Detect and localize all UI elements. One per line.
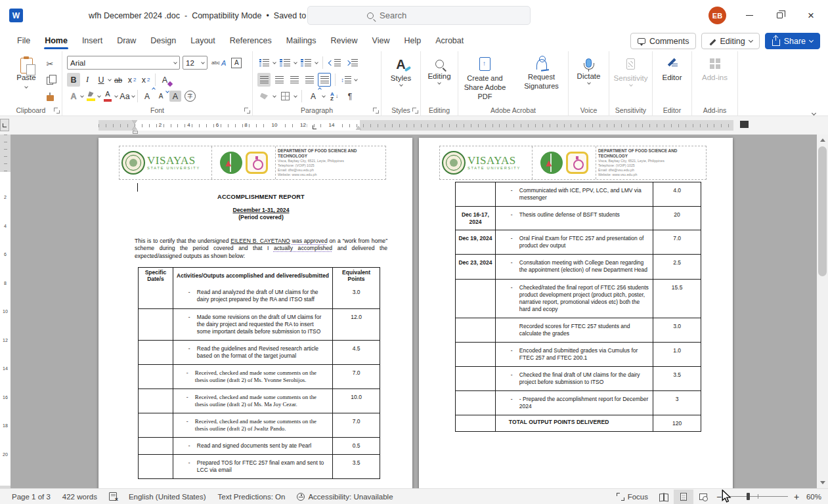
subscript-button[interactable]: x2 [125, 73, 139, 87]
table-row[interactable]: -Checked/rated the final report of FTEC … [456, 279, 701, 318]
cell-points[interactable]: 3.0 [332, 284, 380, 308]
cell-activity[interactable]: -Received, checked and made some comment… [173, 389, 332, 413]
cell-points[interactable]: 3 [653, 391, 701, 415]
text-effects-button[interactable]: A [67, 89, 80, 103]
table-row[interactable]: -Checked the final draft of UM claims fo… [456, 366, 701, 390]
cell-activity[interactable]: -Read and signed documents sent by ate P… [173, 438, 332, 454]
cell-activity[interactable]: -Made some revisions on the draft of UM … [173, 309, 332, 340]
character-shading-button[interactable]: A [168, 89, 183, 103]
cell-date[interactable] [456, 367, 495, 390]
table-row[interactable]: -- Prepared the accomplishment report fo… [456, 390, 701, 415]
print-layout-button[interactable] [674, 490, 693, 504]
cell-activity[interactable]: -Thesis outline defense of BSFT students [495, 207, 653, 230]
cell-activity[interactable]: -Consultation meeting with College Dean … [495, 255, 653, 278]
line-spacing-chevron-icon[interactable] [354, 77, 358, 81]
minimize-button[interactable] [734, 0, 764, 31]
comments-button[interactable]: Comments [630, 33, 696, 49]
numbering-chevron-icon[interactable] [294, 60, 297, 64]
cell-date[interactable] [456, 280, 495, 318]
cell-date[interactable]: Dec 16-17, 2024 [456, 207, 495, 230]
cell-activity[interactable]: -Communicated with ICE, PPV, LCC, and LM… [495, 182, 653, 206]
table-row[interactable]: -Communicated with ICE, PPV, LCC, and LM… [456, 182, 701, 206]
cell-date[interactable] [139, 309, 173, 340]
cell-points[interactable]: 3.5 [332, 455, 380, 478]
strikethrough-button[interactable]: ab [112, 73, 125, 87]
shading-chevron-icon[interactable] [272, 94, 276, 98]
phonetic-guide-button[interactable]: abcA [210, 56, 227, 70]
table-row[interactable]: Recorded scores for FTEC 257 students an… [456, 318, 701, 342]
report-title[interactable]: ACCOMPLISHMENT REPORT [135, 194, 387, 200]
tab-help[interactable]: Help [397, 33, 427, 50]
cell-date[interactable] [456, 415, 495, 431]
cell-activity[interactable]: -Encoded and Submitted grades via Cumulu… [495, 343, 653, 366]
vertical-scrollbar[interactable] [817, 135, 828, 488]
cell-points[interactable]: 15.5 [653, 280, 701, 318]
header-points[interactable]: Equivalent Points [332, 268, 380, 284]
decrease-indent-button[interactable] [328, 56, 342, 70]
zoom-slider[interactable] [728, 496, 788, 497]
tab-references[interactable]: References [223, 33, 278, 50]
shrink-font-button[interactable]: A [154, 89, 167, 103]
word-app-icon[interactable]: W [9, 9, 23, 22]
hanging-indent-marker[interactable] [132, 126, 137, 130]
cell-date[interactable] [139, 365, 173, 388]
borders-chevron-icon[interactable] [294, 94, 297, 98]
collapse-ribbon-button[interactable] [812, 106, 819, 111]
show-hide-marks-button[interactable] [343, 89, 357, 103]
restore-button[interactable] [764, 0, 795, 31]
tab-design[interactable]: Design [144, 33, 183, 50]
report-period[interactable]: December 1-31, 2024 [135, 207, 387, 213]
borders-button[interactable] [278, 89, 292, 103]
left-indent-marker[interactable] [133, 131, 138, 134]
cell-points[interactable]: 0.5 [332, 438, 380, 454]
table-row[interactable]: -Encoded and Submitted grades via Cumulu… [456, 342, 701, 366]
table-row[interactable]: -Read the guidelines and Revised researc… [139, 340, 380, 364]
editing-group-button[interactable]: Editing [421, 51, 458, 106]
scroll-up-button[interactable] [817, 135, 828, 146]
paragraph-dialog-launcher[interactable] [373, 108, 379, 114]
table-row[interactable]: Dec 19, 2024 -Oral Final Exam for FTEC 2… [456, 230, 701, 254]
cell-date[interactable] [139, 438, 173, 454]
cell-points[interactable]: 2.5 [653, 255, 701, 278]
grow-font-button[interactable]: A [141, 89, 154, 103]
font-color-chevron-icon[interactable] [114, 94, 118, 98]
zoom-slider-thumb[interactable] [747, 493, 750, 500]
cell-date[interactable]: Dec 23, 2024 [456, 255, 495, 278]
highlight-color-button[interactable] [84, 89, 97, 103]
cell-activity[interactable]: Recorded scores for FTEC 257 students an… [495, 318, 653, 342]
increase-indent-button[interactable] [345, 56, 359, 70]
page-2[interactable]: VISAYAS STATE UNIVERSITY DEPARTMENT OF F… [419, 138, 733, 488]
request-signatures-button[interactable]: Request Signatures [517, 57, 567, 101]
font-color-button[interactable]: A [101, 89, 114, 103]
justify-button[interactable] [303, 73, 316, 87]
styles-button[interactable]: A Styles [381, 51, 420, 106]
cut-button[interactable] [43, 58, 56, 70]
language-indicator[interactable]: English (United States) [123, 489, 212, 504]
read-mode-button[interactable] [654, 490, 674, 504]
align-center-button[interactable] [272, 73, 286, 87]
character-border-button[interactable]: A [230, 56, 243, 70]
table-row[interactable]: -Received, checked and made some comment… [139, 388, 380, 413]
cell-points[interactable]: 7.0 [332, 365, 380, 388]
table-row[interactable]: TOTAL OUTPUT POINTS DELIVERED 120 [456, 415, 701, 431]
create-share-pdf-button[interactable]: Create and Share Adobe PDF [460, 57, 510, 101]
tab-review[interactable]: Review [324, 33, 364, 50]
cell-activity[interactable]: -Oral Final Exam for FTEC 257 and presen… [495, 230, 653, 254]
editing-mode-button[interactable]: Editing [701, 33, 759, 49]
tab-layout[interactable]: Layout [184, 33, 222, 50]
table-row[interactable]: -Prepared TOS for FTEC 257 final exam an… [139, 454, 380, 478]
first-line-indent-marker[interactable] [132, 120, 137, 124]
change-case-button[interactable]: Aa [118, 89, 131, 103]
cell-date[interactable] [139, 389, 173, 413]
report-period-label[interactable]: (Period covered) [135, 214, 387, 220]
cell-date[interactable] [456, 343, 495, 366]
copy-button[interactable] [43, 74, 56, 87]
multilevel-list-button[interactable] [299, 56, 313, 70]
font-name-combo[interactable]: Arial [67, 56, 180, 70]
table-row[interactable]: -Read and analyzed the draft of UM claim… [139, 284, 380, 308]
distributed-button[interactable] [318, 73, 331, 87]
align-right-button[interactable] [288, 73, 301, 87]
tab-acrobat[interactable]: Acrobat [429, 33, 470, 50]
cell-activity[interactable]: -Checked/rated the final report of FTEC … [495, 280, 653, 318]
cell-points[interactable]: 20 [653, 207, 701, 230]
